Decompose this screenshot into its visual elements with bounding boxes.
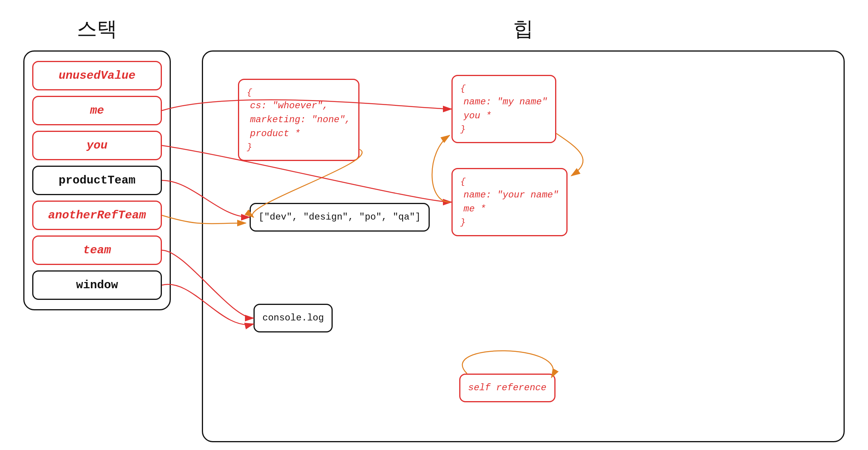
stack-section: 스택 unusedValue me you productTeam anothe… xyxy=(23,16,171,310)
heap-container: { cs: "whoever", marketing: "none", prod… xyxy=(202,50,845,442)
stack-item-unusedValue: unusedValue xyxy=(32,61,162,90)
stack-item-productTeam: productTeam xyxy=(32,166,162,195)
heap-object-consolelog: console.log xyxy=(253,304,333,332)
heap-object-array: ["dev", "design", "po", "qa"] xyxy=(250,203,430,232)
heap-object-yourname: { name: "your name" me * } xyxy=(451,168,568,236)
heap-object-selfref: self reference xyxy=(459,374,556,402)
stack-item-me: me xyxy=(32,96,162,125)
page-container: 스택 unusedValue me you productTeam anothe… xyxy=(0,0,868,450)
stack-item-you: you xyxy=(32,131,162,160)
stack-item-window: window xyxy=(32,270,162,300)
stack-item-team: team xyxy=(32,235,162,265)
stack-container: unusedValue me you productTeam anotherRe… xyxy=(23,50,171,310)
stack-title: 스택 xyxy=(77,16,117,43)
stack-item-anotherRefTeam: anotherRefTeam xyxy=(32,201,162,230)
heap-title: 힙 xyxy=(513,16,533,43)
heap-object-teams: { cs: "whoever", marketing: "none", prod… xyxy=(238,79,359,161)
heap-section: 힙 { cs: "whoever", marketing: "none", pr… xyxy=(202,16,845,442)
heap-object-myname: { name: "my name" you * } xyxy=(451,75,556,143)
